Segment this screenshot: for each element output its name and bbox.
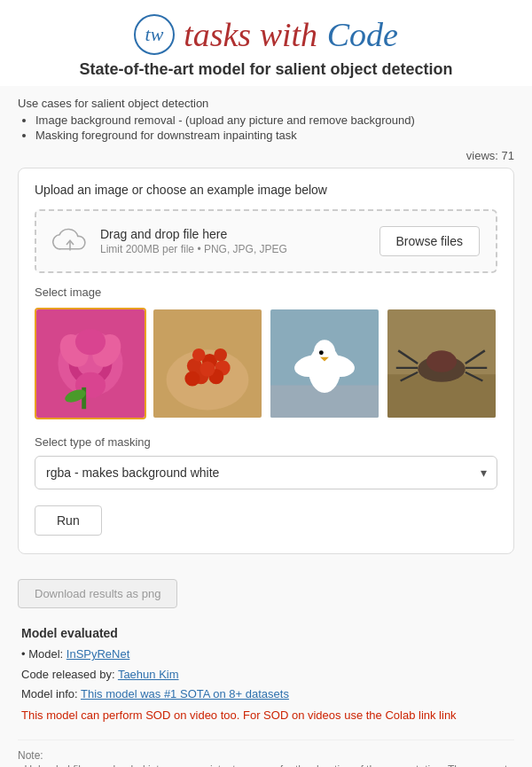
- model-name-link[interactable]: InSPyReNet: [66, 647, 130, 661]
- header: tw tasks with Code State-of-the-art mode…: [0, 0, 532, 86]
- note-section: Note: • Uploaded files are loaded into n…: [18, 740, 514, 767]
- views-count: views: 71: [18, 149, 514, 162]
- model-info-link[interactable]: This model was #1 SOTA on 8+ datasets: [81, 687, 289, 700]
- browse-files-button[interactable]: Browse files: [379, 226, 480, 256]
- main-content: Use cases for salient object detection I…: [0, 86, 532, 767]
- dropzone-main-text: Drag and drop file here: [100, 227, 287, 241]
- model-label: • Model:: [21, 647, 66, 661]
- svg-point-35: [426, 350, 457, 372]
- image-grid: [35, 308, 497, 419]
- image-thumb-insect[interactable]: [386, 308, 497, 419]
- model-name-row: • Model: InSPyReNet: [21, 646, 511, 663]
- red-text-row: This model can perform SOD on video too.…: [21, 707, 511, 724]
- download-button[interactable]: Download results as png: [18, 579, 177, 608]
- dropzone-text: Drag and drop file here Limit 200MB per …: [100, 227, 287, 255]
- svg-point-9: [75, 329, 106, 355]
- upload-box-title: Upload an image or choose an example ima…: [35, 183, 497, 197]
- image-thumb-seagull[interactable]: [269, 308, 380, 419]
- use-case-item-2: Masking foreground for downstream inpain…: [35, 129, 514, 142]
- code-author-link[interactable]: Taehun Kim: [118, 668, 179, 681]
- site-title: tasks with Code: [184, 15, 398, 54]
- model-info-label: Model info:: [21, 687, 81, 700]
- note-text: • Uploaded files are loaded into non-per…: [18, 763, 514, 767]
- page-title: State-of-the-art model for salient objec…: [79, 60, 452, 79]
- run-button[interactable]: Run: [35, 505, 102, 536]
- svg-point-23: [192, 348, 206, 362]
- image-thumb-berries[interactable]: [152, 308, 263, 419]
- note-heading: Note:: [18, 749, 514, 762]
- model-info-title: Model evaluated: [21, 626, 511, 640]
- masking-section: Select type of masking rgba - makes back…: [35, 435, 497, 489]
- masking-select[interactable]: rgba - makes background white binary mas…: [35, 456, 497, 489]
- site-title-code: Code: [327, 16, 398, 53]
- site-title-tasks: tasks with: [184, 16, 317, 53]
- code-author-row: Code released by: Taehun Kim: [21, 666, 511, 684]
- masking-select-wrapper: rgba - makes background white binary mas…: [35, 456, 497, 489]
- svg-point-22: [214, 348, 227, 362]
- masking-label: Select type of masking: [35, 435, 497, 449]
- image-thumb-rose[interactable]: [35, 308, 146, 419]
- svg-point-20: [200, 362, 215, 377]
- upload-box: Upload an image or choose an example ima…: [18, 168, 514, 554]
- model-info: Model evaluated • Model: InSPyReNet Code…: [18, 626, 514, 724]
- model-info-row: Model info: This model was #1 SOTA on 8+…: [21, 685, 511, 703]
- svg-point-21: [184, 372, 200, 387]
- use-cases: Use cases for salient object detection I…: [18, 97, 514, 142]
- svg-point-31: [319, 350, 324, 355]
- code-label: Code released by:: [21, 668, 118, 681]
- svg-text:tw: tw: [145, 23, 164, 45]
- use-case-item-1: Image background removal - (upload any p…: [35, 113, 514, 127]
- logo-icon: tw: [134, 14, 175, 55]
- select-image-label: Select image: [35, 286, 497, 299]
- logo-title-row: tw tasks with Code: [134, 14, 398, 55]
- use-cases-heading: Use cases for salient object detection: [18, 97, 514, 110]
- cloud-upload-icon: [52, 225, 88, 257]
- dropzone-left: Drag and drop file here Limit 200MB per …: [52, 225, 287, 257]
- dropzone[interactable]: Drag and drop file here Limit 200MB per …: [35, 209, 497, 273]
- dropzone-sub-text: Limit 200MB per file • PNG, JPG, JPEG: [100, 243, 287, 255]
